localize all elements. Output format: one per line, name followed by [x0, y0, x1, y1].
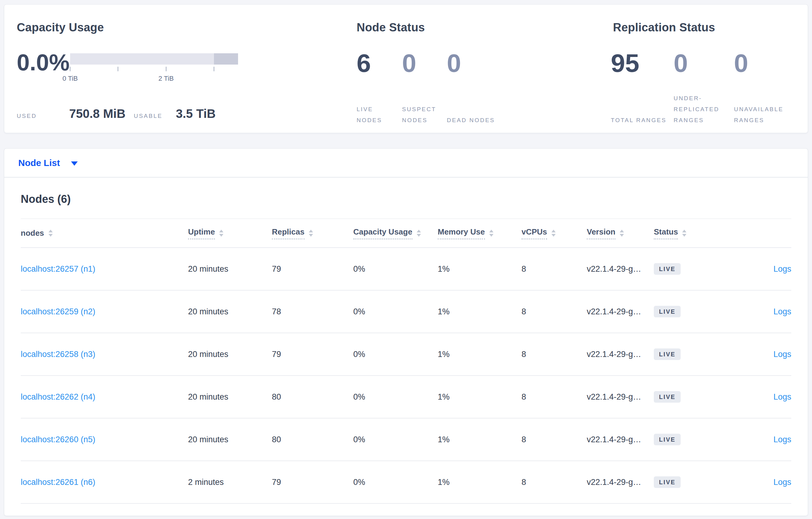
summary-metric-value: 0: [674, 50, 731, 76]
capacity-gauge: [70, 53, 238, 65]
summary-metric-label: DEAD NODES: [447, 115, 496, 126]
caret-down-icon: [71, 161, 78, 166]
node-address-link[interactable]: localhost:26260 (n5): [21, 435, 95, 444]
column-header-label: nodes: [21, 228, 44, 238]
column-header[interactable]: Replicas: [272, 227, 353, 239]
sort-arrows-icon: [309, 230, 313, 237]
summary-metric: 0 UNAVAILABLE RANGES: [734, 50, 795, 126]
vcpus-cell: 8: [522, 392, 587, 402]
column-header[interactable]: Version: [587, 227, 654, 239]
node-list-dropdown[interactable]: Node List: [18, 158, 78, 168]
column-header-label: Uptime: [188, 227, 215, 239]
nodes-table-card: Nodes (6) nodes Uptime Replicas Capacity…: [4, 177, 808, 516]
vcpus-cell: 8: [522, 264, 587, 274]
node-address-link[interactable]: localhost:26259 (n2): [21, 307, 95, 316]
logs-link[interactable]: Logs: [773, 350, 791, 359]
column-header-label: vCPUs: [522, 227, 547, 239]
column-header-label: Capacity Usage: [353, 227, 412, 239]
memory-use-cell: 1%: [438, 350, 522, 359]
gauge-tick-label: 0 TiB: [62, 74, 78, 83]
column-header-label: Replicas: [272, 227, 304, 239]
view-selector-bar: Node List: [4, 148, 808, 177]
nodes-table-title: Nodes (6): [21, 193, 791, 206]
gauge-tick: [214, 67, 214, 71]
nodes-table-header: nodes Uptime Replicas Capacity Usage Mem…: [21, 218, 791, 248]
gauge-tick: [166, 67, 167, 71]
summary-metric-value: 0: [447, 50, 496, 76]
vcpus-cell: 8: [522, 350, 587, 359]
replicas-cell: 80: [272, 435, 353, 445]
capacity-usage-cell: 0%: [353, 435, 438, 445]
status-badge: LIVE: [654, 434, 680, 445]
vcpus-cell: 8: [522, 307, 587, 316]
version-cell: v22.1.4-29-g…: [587, 264, 654, 274]
logs-link[interactable]: Logs: [773, 264, 791, 274]
summary-metric: 0 SUSPECT NODES: [402, 50, 443, 126]
vcpus-cell: 8: [522, 435, 587, 445]
sort-arrows-icon: [219, 230, 224, 237]
logs-link[interactable]: Logs: [773, 478, 791, 487]
uptime-cell: 20 minutes: [188, 435, 272, 445]
summary-metric-label: SUSPECT NODES: [402, 104, 443, 126]
used-label: USED: [17, 113, 69, 119]
summary-metric-label: TOTAL RANGES: [611, 115, 669, 126]
version-cell: v22.1.4-29-g…: [587, 435, 654, 445]
capacity-usage-cell: 0%: [353, 478, 438, 487]
summary-metric: 0 DEAD NODES: [447, 50, 496, 126]
gauge-tick-label: 2 TiB: [158, 74, 174, 83]
table-row: localhost:26261 (n6) 2 minutes 79 0% 1% …: [21, 461, 791, 504]
column-header-label: Version: [587, 227, 615, 239]
uptime-cell: 20 minutes: [188, 307, 272, 316]
sort-arrows-icon: [551, 230, 556, 237]
replicas-cell: 79: [272, 478, 353, 487]
summary-metric-value: 0: [402, 50, 443, 76]
node-list-dropdown-label: Node List: [18, 158, 60, 168]
column-header[interactable]: Capacity Usage: [353, 227, 438, 239]
column-header-label: Status: [654, 227, 678, 239]
capacity-usage-cell: 0%: [353, 307, 438, 316]
summary-metric-label: LIVE NODES: [357, 104, 398, 126]
nodes-table-body: localhost:26257 (n1) 20 minutes 79 0% 1%…: [21, 248, 791, 504]
memory-use-cell: 1%: [438, 392, 522, 402]
table-row: localhost:26259 (n2) 20 minutes 78 0% 1%…: [21, 291, 791, 333]
table-row: localhost:26258 (n3) 20 minutes 79 0% 1%…: [21, 333, 791, 376]
summary-metric-value: 0: [734, 50, 795, 76]
replication-status-title: Replication Status: [613, 21, 715, 34]
replicas-cell: 79: [272, 350, 353, 359]
capacity-used-percent: 0.0%: [17, 51, 69, 74]
column-header[interactable]: vCPUs: [522, 227, 587, 239]
sort-arrows-icon: [417, 230, 421, 237]
summary-metric: 95 TOTAL RANGES: [611, 50, 669, 126]
column-header[interactable]: nodes: [21, 228, 188, 238]
uptime-cell: 2 minutes: [188, 478, 272, 487]
capacity-usage-cell: 0%: [353, 392, 438, 402]
summary-metric-value: 6: [357, 50, 398, 76]
uptime-cell: 20 minutes: [188, 264, 272, 274]
memory-use-cell: 1%: [438, 435, 522, 445]
version-cell: v22.1.4-29-g…: [587, 478, 654, 487]
sort-arrows-icon: [489, 230, 493, 237]
column-header[interactable]: Uptime: [188, 227, 272, 239]
node-address-link[interactable]: localhost:26258 (n3): [21, 350, 95, 359]
gauge-tick: [70, 67, 70, 71]
gauge-tick: [118, 67, 118, 71]
replicas-cell: 78: [272, 307, 353, 316]
replicas-cell: 80: [272, 392, 353, 402]
memory-use-cell: 1%: [438, 307, 522, 316]
column-header[interactable]: Memory Use: [438, 227, 522, 239]
used-value: 750.8 MiB: [69, 107, 134, 121]
node-address-link[interactable]: localhost:26257 (n1): [21, 264, 95, 274]
logs-link[interactable]: Logs: [773, 307, 791, 316]
node-status-title: Node Status: [357, 21, 425, 34]
node-address-link[interactable]: localhost:26261 (n6): [21, 478, 95, 487]
logs-link[interactable]: Logs: [773, 392, 791, 401]
status-badge: LIVE: [654, 476, 680, 488]
uptime-cell: 20 minutes: [188, 350, 272, 359]
usable-value: 3.5 TiB: [176, 107, 215, 121]
column-header[interactable]: Status: [654, 227, 724, 239]
version-cell: v22.1.4-29-g…: [587, 392, 654, 402]
node-address-link[interactable]: localhost:26262 (n4): [21, 392, 95, 401]
status-badge: LIVE: [654, 306, 680, 317]
table-row: localhost:26262 (n4) 20 minutes 80 0% 1%…: [21, 376, 791, 419]
logs-link[interactable]: Logs: [773, 435, 791, 444]
